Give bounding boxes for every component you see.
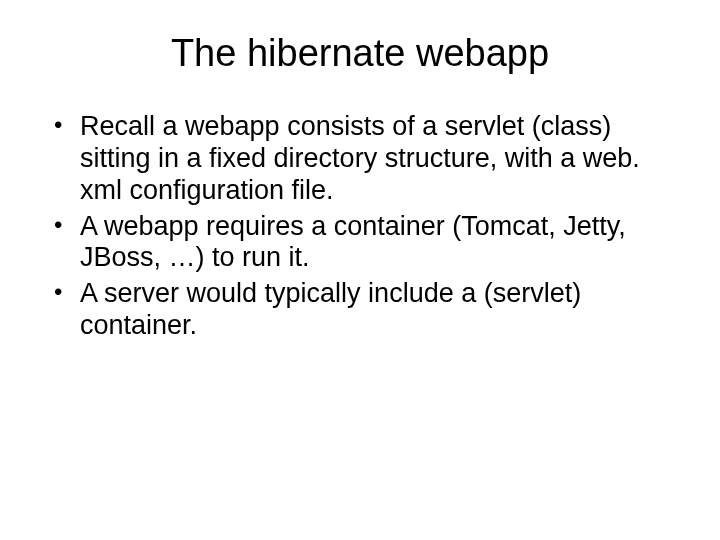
bullet-item: Recall a webapp consists of a servlet (c… — [50, 111, 676, 207]
bullet-list: Recall a webapp consists of a servlet (c… — [40, 111, 680, 342]
slide-title: The hibernate webapp — [40, 32, 680, 75]
bullet-item: A webapp requires a container (Tomcat, J… — [50, 211, 676, 275]
bullet-item: A server would typically include a (serv… — [50, 278, 676, 342]
slide: The hibernate webapp Recall a webapp con… — [0, 0, 720, 540]
